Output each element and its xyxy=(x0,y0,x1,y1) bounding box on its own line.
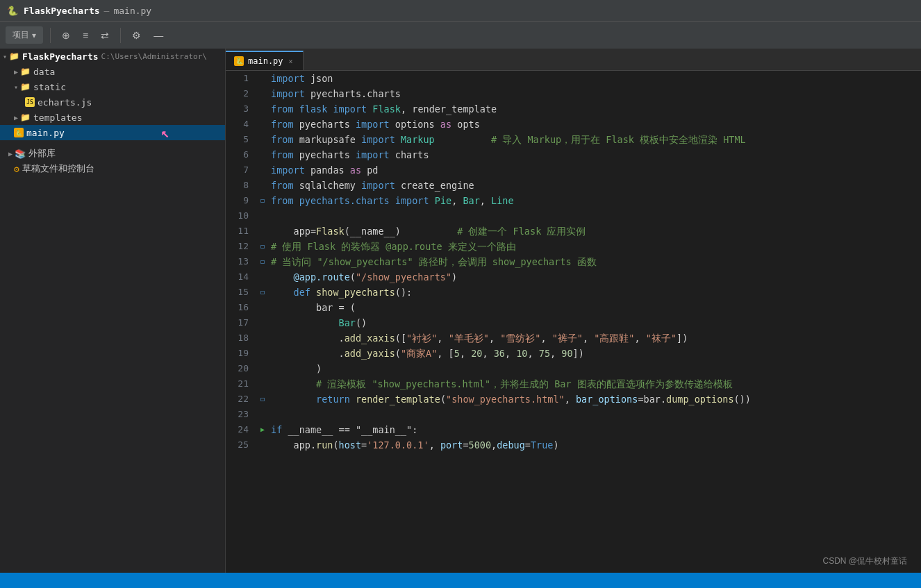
static-chevron: ▾ xyxy=(14,83,18,91)
tab-close-button[interactable]: × xyxy=(288,56,294,67)
ext-icon: 📚 xyxy=(15,149,26,159)
sidebar-item-data[interactable]: ▶ 📁 data xyxy=(0,64,225,79)
tab-label: main.py xyxy=(248,56,283,66)
fold-13: ◻ xyxy=(257,254,268,269)
line-num-9: 9 xyxy=(226,193,257,208)
root-label: FlaskPyecharts xyxy=(22,51,99,62)
code-line-17: 17 Bar() xyxy=(226,315,921,330)
root-chevron: ▾ xyxy=(3,53,7,60)
code-line-25: 25 app.run(host='127.0.0.1', port=5000,d… xyxy=(226,437,921,453)
line-num-22: 22 xyxy=(226,392,257,407)
code-line-11: 11 app=Flask(__name__) # 创建一个 Flask 应用实例 xyxy=(226,224,921,239)
sidebar-item-echarts[interactable]: JS echarts.js xyxy=(0,94,225,110)
static-folder-icon: 📁 xyxy=(20,82,31,92)
line-11-content: app=Flask(__name__) # 创建一个 Flask 应用实例 xyxy=(268,224,921,239)
line-num-6: 6 xyxy=(226,147,257,162)
line-num-23: 23 xyxy=(226,407,257,422)
line-8-content: from sqlalchemy import create_engine xyxy=(268,178,921,193)
sidebar-item-templates[interactable]: ▶ 📁 templates xyxy=(0,110,225,125)
line-22-content: return render_template("show_pyecharts.h… xyxy=(268,392,921,407)
project-dropdown-icon: ▾ xyxy=(32,31,36,40)
code-lines: 1 import json 2 import pyecharts.charts … xyxy=(226,71,921,453)
bottom-bar xyxy=(0,573,921,588)
templates-label: templates xyxy=(33,112,82,123)
line-12-content: # 使用 Flask 的装饰器 @app.route 来定义一个路由 xyxy=(268,239,921,254)
line-num-18: 18 xyxy=(226,330,257,346)
sidebar-item-static[interactable]: ▾ 📁 static xyxy=(0,79,225,94)
line-4-content: from pyecharts import options as opts xyxy=(268,117,921,132)
tab-icon: 🐍 xyxy=(234,56,244,66)
toolbar-separator-1 xyxy=(50,28,51,43)
code-line-21: 21 # 渲染模板 "show_pyecharts.html"，并将生成的 Ba… xyxy=(226,376,921,392)
code-editor[interactable]: 🐍 main.py × 1 import json 2 import pyech… xyxy=(226,49,921,573)
line-num-8: 8 xyxy=(226,178,257,193)
line-num-1: 1 xyxy=(226,71,257,86)
line-16-content: bar = ( xyxy=(268,300,921,315)
ext-label: 外部库 xyxy=(28,147,56,160)
toolbar: 项目 ▾ ⊕ ≡ ⇄ ⚙ — xyxy=(0,21,921,49)
watermark-text: CSDN @侃牛校村童话 xyxy=(822,556,907,566)
main-area: ▾ 📁 FlaskPyecharts C:\Users\Administrato… xyxy=(0,49,921,573)
line-num-19: 19 xyxy=(226,346,257,361)
main-py-label: main.py xyxy=(26,128,65,138)
code-line-14: 14 @app.route("/show_pyecharts") xyxy=(226,269,921,285)
pink-arrow-icon: ↖ xyxy=(161,124,169,141)
sidebar-item-root[interactable]: ▾ 📁 FlaskPyecharts C:\Users\Administrato… xyxy=(0,49,225,64)
echarts-label: echarts.js xyxy=(38,97,92,108)
toolbar-network-icon[interactable]: ⊕ xyxy=(58,27,74,44)
project-menu-button[interactable]: 项目 ▾ xyxy=(6,26,43,44)
line-num-24: 24 xyxy=(226,422,257,437)
code-line-18: 18 .add_xaxis(["衬衫", "羊毛衫", "雪纺衫", "裤子",… xyxy=(226,330,921,346)
toolbar-settings-icon[interactable]: ⚙ xyxy=(128,27,145,44)
sidebar-item-main-py[interactable]: 🐍 main.py ↖ xyxy=(0,125,225,140)
code-line-7: 7 import pandas as pd xyxy=(226,162,921,178)
fold-24: ▶ xyxy=(257,422,268,437)
templates-chevron: ▶ xyxy=(14,114,18,121)
line-20-content: ) xyxy=(268,361,921,376)
fold-9: ◻ xyxy=(257,193,268,208)
sidebar-item-scratch[interactable]: ⚙ 草稿文件和控制台 xyxy=(0,161,225,176)
scratch-label: 草稿文件和控制台 xyxy=(22,162,94,175)
line-num-16: 16 xyxy=(226,300,257,315)
tab-main-py[interactable]: 🐍 main.py × xyxy=(226,51,304,70)
toolbar-sync-icon[interactable]: ≡ xyxy=(78,27,92,44)
code-line-9: 9 ◻ from pyecharts.charts import Pie, Ba… xyxy=(226,193,921,208)
line-num-20: 20 xyxy=(226,361,257,376)
line-num-15: 15 xyxy=(226,285,257,300)
code-line-24: 24 ▶ if __name__ == "__main__": xyxy=(226,422,921,437)
code-line-2: 2 import pyecharts.charts xyxy=(226,86,921,101)
line-num-21: 21 xyxy=(226,376,257,392)
line-2-content: import pyecharts.charts xyxy=(268,86,921,101)
toolbar-separator-2 xyxy=(120,28,121,43)
line-13-content: # 当访问 "/show_pyecharts" 路径时，会调用 show_pye… xyxy=(268,254,921,269)
data-folder-icon: 📁 xyxy=(20,67,31,76)
root-folder-icon: 📁 xyxy=(9,51,19,61)
code-line-23: 23 xyxy=(226,407,921,422)
echarts-file-icon: JS xyxy=(25,97,35,107)
title-project: FlaskPyecharts xyxy=(24,6,100,16)
code-line-15: 15 ◻ def show_pyecharts(): xyxy=(226,285,921,300)
fold-12: ◻ xyxy=(257,239,268,254)
line-num-4: 4 xyxy=(226,117,257,132)
line-25-content: app.run(host='127.0.0.1', port=5000,debu… xyxy=(268,437,921,453)
code-line-10: 10 xyxy=(226,208,921,224)
toolbar-minimize-icon[interactable]: — xyxy=(149,27,167,44)
ext-chevron: ▶ xyxy=(8,150,13,158)
code-line-5: 5 from markupsafe import Markup # 导入 Mar… xyxy=(226,132,921,147)
sidebar-item-external-libs[interactable]: ▶ 📚 外部库 xyxy=(0,146,225,161)
line-24-content: if __name__ == "__main__": xyxy=(268,422,921,437)
toolbar-swap-icon[interactable]: ⇄ xyxy=(97,27,113,44)
templates-folder-icon: 📁 xyxy=(20,112,31,122)
line-17-content: Bar() xyxy=(268,315,921,330)
code-line-1: 1 import json xyxy=(226,71,921,86)
line-21-content: # 渲染模板 "show_pyecharts.html"，并将生成的 Bar 图… xyxy=(268,376,921,392)
line-num-13: 13 xyxy=(226,254,257,269)
line-3-content: from flask import Flask, render_template xyxy=(268,101,921,117)
code-line-19: 19 .add_yaxis("商家A", [5, 20, 36, 10, 75,… xyxy=(226,346,921,361)
title-bar: 🐍 FlaskPyecharts – main.py xyxy=(0,0,921,21)
line-num-11: 11 xyxy=(226,224,257,239)
title-icon: 🐍 xyxy=(7,6,18,16)
fold-15: ◻ xyxy=(257,285,268,300)
main-py-icon: 🐍 xyxy=(14,128,24,137)
code-line-8: 8 from sqlalchemy import create_engine xyxy=(226,178,921,193)
